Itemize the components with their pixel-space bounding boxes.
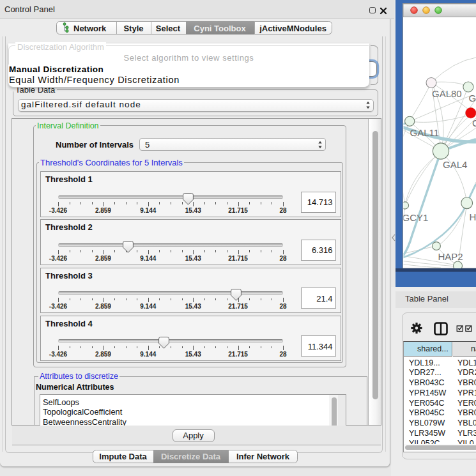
- svg-text:GCY1: GCY1: [403, 212, 429, 223]
- svg-text:GAL11: GAL11: [410, 127, 440, 138]
- svg-text:C: C: [472, 118, 476, 128]
- svg-text:GA: GA: [469, 93, 476, 104]
- svg-text:HAP2: HAP2: [438, 251, 463, 262]
- svg-text:HA: HA: [470, 211, 476, 222]
- svg-text:GAL80: GAL80: [432, 88, 462, 99]
- svg-text:GAL4: GAL4: [443, 159, 467, 170]
